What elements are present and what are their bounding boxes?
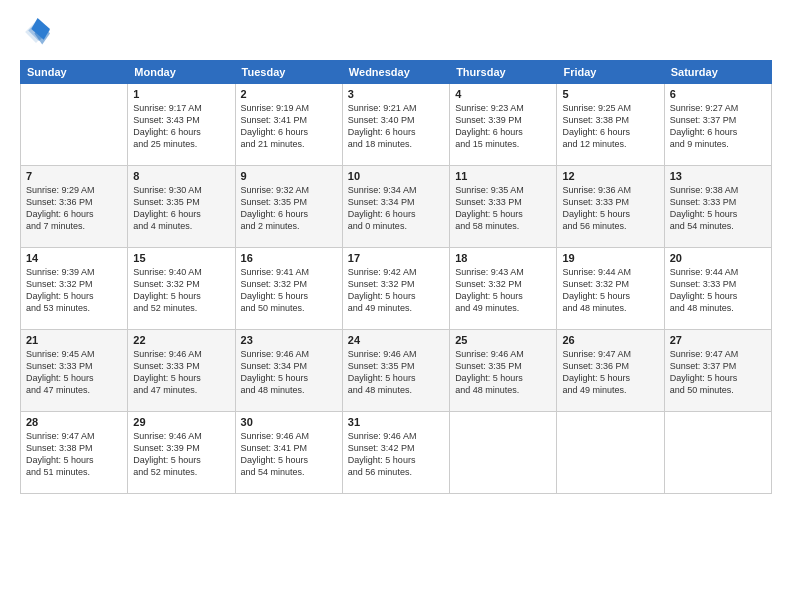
calendar-week-row: 21Sunrise: 9:45 AMSunset: 3:33 PMDayligh… xyxy=(21,330,772,412)
day-info: Sunrise: 9:45 AMSunset: 3:33 PMDaylight:… xyxy=(26,348,122,397)
day-number: 1 xyxy=(133,88,229,100)
calendar-cell: 2Sunrise: 9:19 AMSunset: 3:41 PMDaylight… xyxy=(235,84,342,166)
calendar-cell: 6Sunrise: 9:27 AMSunset: 3:37 PMDaylight… xyxy=(664,84,771,166)
calendar-day-header: Friday xyxy=(557,61,664,84)
calendar-cell: 18Sunrise: 9:43 AMSunset: 3:32 PMDayligh… xyxy=(450,248,557,330)
day-info: Sunrise: 9:47 AMSunset: 3:37 PMDaylight:… xyxy=(670,348,766,397)
calendar-cell: 3Sunrise: 9:21 AMSunset: 3:40 PMDaylight… xyxy=(342,84,449,166)
calendar-cell: 19Sunrise: 9:44 AMSunset: 3:32 PMDayligh… xyxy=(557,248,664,330)
day-number: 8 xyxy=(133,170,229,182)
day-info: Sunrise: 9:41 AMSunset: 3:32 PMDaylight:… xyxy=(241,266,337,315)
day-info: Sunrise: 9:23 AMSunset: 3:39 PMDaylight:… xyxy=(455,102,551,151)
day-number: 3 xyxy=(348,88,444,100)
day-info: Sunrise: 9:46 AMSunset: 3:39 PMDaylight:… xyxy=(133,430,229,479)
day-number: 13 xyxy=(670,170,766,182)
day-info: Sunrise: 9:46 AMSunset: 3:35 PMDaylight:… xyxy=(455,348,551,397)
header xyxy=(20,18,772,50)
calendar-week-row: 14Sunrise: 9:39 AMSunset: 3:32 PMDayligh… xyxy=(21,248,772,330)
day-info: Sunrise: 9:46 AMSunset: 3:34 PMDaylight:… xyxy=(241,348,337,397)
day-number: 30 xyxy=(241,416,337,428)
day-info: Sunrise: 9:40 AMSunset: 3:32 PMDaylight:… xyxy=(133,266,229,315)
day-number: 26 xyxy=(562,334,658,346)
day-number: 18 xyxy=(455,252,551,264)
calendar-cell: 14Sunrise: 9:39 AMSunset: 3:32 PMDayligh… xyxy=(21,248,128,330)
day-number: 25 xyxy=(455,334,551,346)
calendar-cell: 24Sunrise: 9:46 AMSunset: 3:35 PMDayligh… xyxy=(342,330,449,412)
day-number: 19 xyxy=(562,252,658,264)
day-info: Sunrise: 9:46 AMSunset: 3:42 PMDaylight:… xyxy=(348,430,444,479)
day-info: Sunrise: 9:43 AMSunset: 3:32 PMDaylight:… xyxy=(455,266,551,315)
calendar-cell: 29Sunrise: 9:46 AMSunset: 3:39 PMDayligh… xyxy=(128,412,235,494)
day-info: Sunrise: 9:27 AMSunset: 3:37 PMDaylight:… xyxy=(670,102,766,151)
day-number: 28 xyxy=(26,416,122,428)
day-info: Sunrise: 9:36 AMSunset: 3:33 PMDaylight:… xyxy=(562,184,658,233)
calendar-cell: 28Sunrise: 9:47 AMSunset: 3:38 PMDayligh… xyxy=(21,412,128,494)
calendar-cell xyxy=(21,84,128,166)
day-info: Sunrise: 9:46 AMSunset: 3:35 PMDaylight:… xyxy=(348,348,444,397)
day-info: Sunrise: 9:47 AMSunset: 3:38 PMDaylight:… xyxy=(26,430,122,479)
day-info: Sunrise: 9:25 AMSunset: 3:38 PMDaylight:… xyxy=(562,102,658,151)
day-info: Sunrise: 9:38 AMSunset: 3:33 PMDaylight:… xyxy=(670,184,766,233)
day-info: Sunrise: 9:42 AMSunset: 3:32 PMDaylight:… xyxy=(348,266,444,315)
day-number: 31 xyxy=(348,416,444,428)
day-info: Sunrise: 9:17 AMSunset: 3:43 PMDaylight:… xyxy=(133,102,229,151)
calendar-cell: 1Sunrise: 9:17 AMSunset: 3:43 PMDaylight… xyxy=(128,84,235,166)
day-number: 17 xyxy=(348,252,444,264)
calendar-cell: 25Sunrise: 9:46 AMSunset: 3:35 PMDayligh… xyxy=(450,330,557,412)
calendar-cell: 31Sunrise: 9:46 AMSunset: 3:42 PMDayligh… xyxy=(342,412,449,494)
logo xyxy=(20,18,54,50)
calendar-day-header: Tuesday xyxy=(235,61,342,84)
calendar-cell xyxy=(664,412,771,494)
calendar-day-header: Saturday xyxy=(664,61,771,84)
day-info: Sunrise: 9:21 AMSunset: 3:40 PMDaylight:… xyxy=(348,102,444,151)
day-number: 12 xyxy=(562,170,658,182)
day-info: Sunrise: 9:29 AMSunset: 3:36 PMDaylight:… xyxy=(26,184,122,233)
day-number: 29 xyxy=(133,416,229,428)
day-number: 14 xyxy=(26,252,122,264)
calendar-cell: 20Sunrise: 9:44 AMSunset: 3:33 PMDayligh… xyxy=(664,248,771,330)
page: SundayMondayTuesdayWednesdayThursdayFrid… xyxy=(0,0,792,612)
calendar-cell: 5Sunrise: 9:25 AMSunset: 3:38 PMDaylight… xyxy=(557,84,664,166)
calendar-cell: 17Sunrise: 9:42 AMSunset: 3:32 PMDayligh… xyxy=(342,248,449,330)
calendar-cell: 27Sunrise: 9:47 AMSunset: 3:37 PMDayligh… xyxy=(664,330,771,412)
day-info: Sunrise: 9:47 AMSunset: 3:36 PMDaylight:… xyxy=(562,348,658,397)
day-number: 23 xyxy=(241,334,337,346)
day-info: Sunrise: 9:44 AMSunset: 3:32 PMDaylight:… xyxy=(562,266,658,315)
calendar-cell: 15Sunrise: 9:40 AMSunset: 3:32 PMDayligh… xyxy=(128,248,235,330)
calendar-cell: 16Sunrise: 9:41 AMSunset: 3:32 PMDayligh… xyxy=(235,248,342,330)
calendar-week-row: 1Sunrise: 9:17 AMSunset: 3:43 PMDaylight… xyxy=(21,84,772,166)
day-number: 20 xyxy=(670,252,766,264)
calendar-cell xyxy=(450,412,557,494)
day-number: 7 xyxy=(26,170,122,182)
day-info: Sunrise: 9:39 AMSunset: 3:32 PMDaylight:… xyxy=(26,266,122,315)
calendar-day-header: Thursday xyxy=(450,61,557,84)
calendar-cell: 11Sunrise: 9:35 AMSunset: 3:33 PMDayligh… xyxy=(450,166,557,248)
calendar-cell: 21Sunrise: 9:45 AMSunset: 3:33 PMDayligh… xyxy=(21,330,128,412)
calendar-cell: 4Sunrise: 9:23 AMSunset: 3:39 PMDaylight… xyxy=(450,84,557,166)
calendar-cell: 8Sunrise: 9:30 AMSunset: 3:35 PMDaylight… xyxy=(128,166,235,248)
calendar-week-row: 7Sunrise: 9:29 AMSunset: 3:36 PMDaylight… xyxy=(21,166,772,248)
day-number: 24 xyxy=(348,334,444,346)
calendar-week-row: 28Sunrise: 9:47 AMSunset: 3:38 PMDayligh… xyxy=(21,412,772,494)
calendar-day-header: Monday xyxy=(128,61,235,84)
day-number: 9 xyxy=(241,170,337,182)
day-number: 21 xyxy=(26,334,122,346)
calendar-cell: 9Sunrise: 9:32 AMSunset: 3:35 PMDaylight… xyxy=(235,166,342,248)
day-number: 15 xyxy=(133,252,229,264)
calendar-cell: 10Sunrise: 9:34 AMSunset: 3:34 PMDayligh… xyxy=(342,166,449,248)
day-number: 11 xyxy=(455,170,551,182)
day-info: Sunrise: 9:46 AMSunset: 3:41 PMDaylight:… xyxy=(241,430,337,479)
calendar-cell: 22Sunrise: 9:46 AMSunset: 3:33 PMDayligh… xyxy=(128,330,235,412)
day-number: 5 xyxy=(562,88,658,100)
day-number: 22 xyxy=(133,334,229,346)
day-info: Sunrise: 9:30 AMSunset: 3:35 PMDaylight:… xyxy=(133,184,229,233)
day-number: 27 xyxy=(670,334,766,346)
calendar-table: SundayMondayTuesdayWednesdayThursdayFrid… xyxy=(20,60,772,494)
calendar-header-row: SundayMondayTuesdayWednesdayThursdayFrid… xyxy=(21,61,772,84)
day-info: Sunrise: 9:19 AMSunset: 3:41 PMDaylight:… xyxy=(241,102,337,151)
day-info: Sunrise: 9:35 AMSunset: 3:33 PMDaylight:… xyxy=(455,184,551,233)
day-info: Sunrise: 9:46 AMSunset: 3:33 PMDaylight:… xyxy=(133,348,229,397)
day-info: Sunrise: 9:32 AMSunset: 3:35 PMDaylight:… xyxy=(241,184,337,233)
day-number: 2 xyxy=(241,88,337,100)
day-number: 4 xyxy=(455,88,551,100)
